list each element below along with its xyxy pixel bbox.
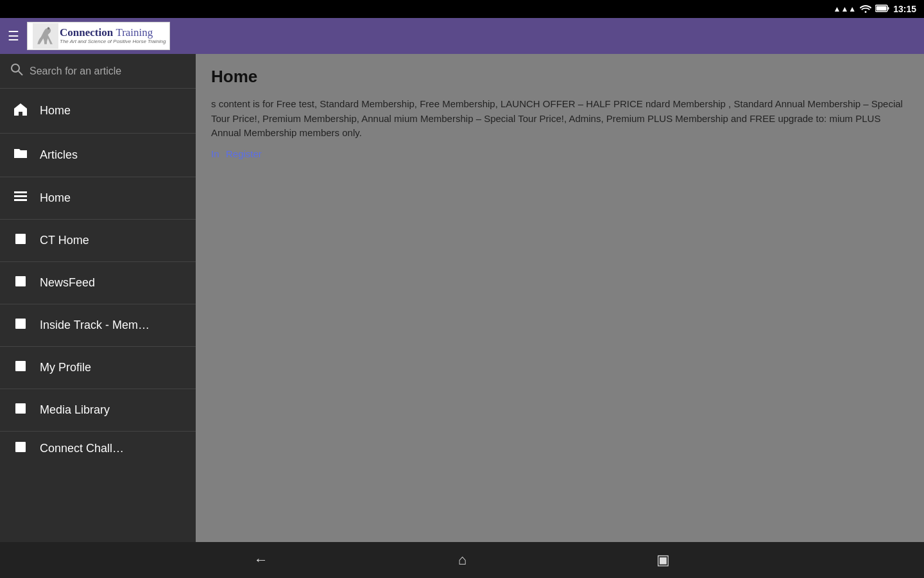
svg-rect-13 [15,361,26,371]
home-icon [13,103,28,119]
folder-icon [13,148,28,162]
inside-track-icon [13,319,28,332]
logo-container: Connection Training The Art and Science … [27,22,170,50]
sidebar-item-articles[interactable]: Articles [0,134,196,177]
sidebar-item-newsfeed-label: NewsFeed [40,276,95,290]
svg-rect-9 [14,199,27,201]
hamburger-button[interactable]: ☰ [5,26,22,46]
svg-rect-1 [888,7,889,10]
svg-line-6 [19,71,22,75]
recent-button[interactable]: ▣ [651,547,675,574]
wifi-icon [860,4,871,15]
sidebar-item-home2[interactable]: Home [0,177,196,220]
svg-rect-8 [14,195,27,197]
search-bar[interactable] [0,54,196,89]
sidebar-item-media-library-label: Media Library [40,403,110,417]
status-bar: ▲▲▲ 13:15 [0,0,924,18]
app-header: ☰ Connection Training The Art and Scienc… [0,18,924,54]
sidebar: Home Articles Home [0,54,196,542]
signal-icon: ▲▲▲ [834,4,857,13]
status-time: 13:15 [893,4,916,14]
home-button[interactable]: ⌂ [453,547,472,574]
sidebar-item-articles-label: Articles [40,148,78,162]
login-link[interactable]: In [211,148,219,159]
media-library-icon [13,403,28,417]
svg-rect-7 [14,191,27,193]
search-icon [10,63,23,79]
svg-point-5 [12,64,19,72]
my-profile-icon [13,361,28,374]
search-input[interactable] [30,66,185,77]
sidebar-item-inside-track-label: Inside Track - Mem… [40,319,150,332]
logo-brand: Connection Training [60,27,166,39]
content-links: In Register [211,148,909,160]
svg-rect-2 [877,6,887,10]
logo-text-block: Connection Training The Art and Science … [60,27,166,44]
sidebar-item-inside-track[interactable]: Inside Track - Mem… [0,304,196,347]
logo-tagline: The Art and Science of Positive Horse Tr… [60,39,166,45]
status-icons: ▲▲▲ 13:15 [834,4,916,15]
sidebar-item-connect-chall-label: Connect Chall… [40,442,124,455]
sidebar-item-home[interactable]: Home [0,89,196,134]
svg-rect-10 [15,234,26,244]
svg-rect-12 [15,319,26,329]
sidebar-item-media-library[interactable]: Media Library [0,389,196,432]
back-button[interactable]: ← [249,547,273,574]
battery-icon [875,4,889,14]
register-link[interactable]: Register [226,148,262,159]
main-layout: Home Articles Home [0,54,924,542]
sidebar-item-my-profile[interactable]: My Profile [0,347,196,389]
sidebar-item-newsfeed[interactable]: NewsFeed [0,262,196,304]
page-title: Home [211,67,909,87]
connect-chall-icon [13,442,28,455]
ct-home-icon [13,234,28,247]
logo-wrapper: Connection Training The Art and Science … [31,23,166,49]
bottom-bar: ← ⌂ ▣ [0,542,924,578]
sidebar-item-home2-label: Home [40,191,71,205]
svg-point-4 [47,27,50,30]
sidebar-item-my-profile-label: My Profile [40,361,91,374]
sidebar-item-ct-home[interactable]: CT Home [0,220,196,262]
newsfeed-icon [13,276,28,290]
sidebar-item-home-label: Home [40,104,71,118]
sidebar-item-connect-chall[interactable]: Connect Chall… [0,432,196,460]
content-body: s content is for Free test, Standard Mem… [211,97,909,141]
logo-horse-icon [31,23,60,49]
content-area: Home s content is for Free test, Standar… [196,54,924,542]
svg-rect-14 [15,403,26,414]
list-icon [13,191,28,205]
svg-rect-15 [15,442,26,452]
sidebar-item-ct-home-label: CT Home [40,234,89,247]
svg-rect-11 [15,276,26,286]
